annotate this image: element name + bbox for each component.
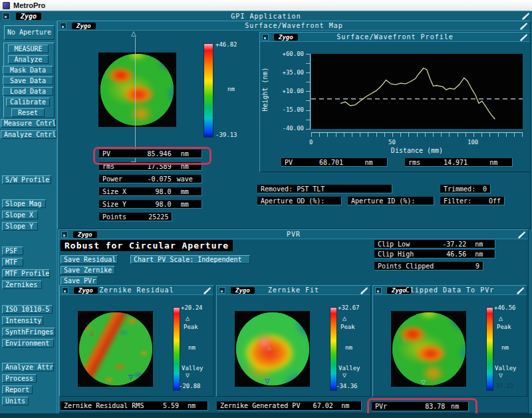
wrench-icon[interactable] xyxy=(203,286,211,294)
peak-icon: △ xyxy=(499,315,503,322)
sidebar-item-sw-profile[interactable]: S/W Profile xyxy=(2,175,51,184)
sidebar-item-zernikes[interactable]: Zernikes xyxy=(2,280,42,289)
stat-value: 14.971 xyxy=(432,159,478,166)
stat-pv: PV 85.946 nm xyxy=(99,150,202,158)
sidebar-item-measure-cntrl[interactable]: Measure Cntrl xyxy=(1,119,56,128)
panel-menu-button[interactable] xyxy=(61,231,68,238)
sidebar-item-environment[interactable]: Environment xyxy=(2,339,54,348)
sidebar-item-load-data[interactable]: Load Data xyxy=(3,87,53,96)
ytick: +10.00 xyxy=(279,88,304,94)
aperture-od-control[interactable]: Aperture OD (%): xyxy=(257,197,342,205)
stat-label: Power xyxy=(102,175,137,183)
subpanel-titlebar: Zygo Zernike Residual xyxy=(60,286,213,295)
sidebar-item-units[interactable]: Units xyxy=(2,397,29,405)
wrench-icon[interactable] xyxy=(360,286,368,294)
sidebar-item-save-data[interactable]: Save Data xyxy=(3,76,53,85)
valley-label: Valley xyxy=(495,365,517,371)
panel-menu-button[interactable] xyxy=(375,287,382,294)
filter-control[interactable]: Filter: Off xyxy=(440,197,505,205)
panel-menu-button[interactable] xyxy=(3,13,10,20)
save-residual-button[interactable]: Save Residual xyxy=(61,255,118,264)
zernike-fit-map xyxy=(236,312,309,385)
subpanel-titlebar: Zygo Zernike Fit xyxy=(217,286,370,295)
peak-label: Peak xyxy=(497,324,511,330)
sidebar-item-mtf-profile[interactable]: MTF Profile xyxy=(2,269,50,278)
peak-label: Peak xyxy=(340,324,355,330)
stat-label: rms xyxy=(408,159,432,166)
valley-icon: ▽ xyxy=(342,372,346,379)
sidebar-item-slope-y[interactable]: Slope Y xyxy=(2,222,38,231)
pvr-panel-title: PVR xyxy=(59,231,528,238)
zygo-logo: Zygo xyxy=(16,13,41,20)
sidebar-item-analyze-cntrl[interactable]: Analyze Cntrl xyxy=(1,130,57,139)
sidebar-item-measure[interactable]: MEASURE xyxy=(8,45,49,53)
sidebar-item-report[interactable]: Report xyxy=(2,385,33,394)
wrench-icon[interactable] xyxy=(516,286,524,294)
stat-unit: nm xyxy=(333,402,358,409)
sidebar-item-slope-mag[interactable]: Slope Mag xyxy=(2,199,46,208)
aperture-selector[interactable]: No Aperture xyxy=(4,25,55,40)
chart-pv-scale-button[interactable]: Chart PV Scale: Independent xyxy=(130,255,250,264)
zernike-generated-pv-result: Zernike Generated PV 67.02 nm xyxy=(217,401,362,411)
stat-value: 98.0 xyxy=(137,201,172,208)
sidebar-item-analyze-attr[interactable]: Analyze Attr xyxy=(2,363,54,371)
stat-label: Clip Low xyxy=(378,241,429,248)
subpanel-titlebar: Zygo Clipped Data To PVr xyxy=(373,286,527,295)
stat-label: rms xyxy=(102,163,137,170)
profile-stat-rms: rms 14.971 nm xyxy=(405,158,513,167)
peak-label: Peak xyxy=(184,324,198,330)
trimmed-value: 0 xyxy=(483,185,487,193)
app-title-bar: Zygo GPI Application xyxy=(0,11,532,21)
stat-value: 67.02 xyxy=(303,402,333,409)
clipped-data-map xyxy=(392,312,466,385)
wrench-icon[interactable] xyxy=(521,12,529,20)
sidebar-item-calibrate[interactable]: Calibrate xyxy=(6,98,50,106)
ytick: -15.00 xyxy=(279,106,304,113)
wrench-icon[interactable] xyxy=(517,231,525,239)
zygo-logo: Zygo xyxy=(73,231,97,238)
profile-slice-line[interactable] xyxy=(135,37,136,162)
stat-size-y: Size Y 98.0 mm xyxy=(99,200,202,209)
stat-power: Power -0.075 wave xyxy=(99,175,202,183)
save-zernike-button[interactable]: Save Zernike xyxy=(61,266,115,274)
sidebar-item-iso-10110-5[interactable]: ISO 10110-5 xyxy=(2,305,53,314)
sidebar-item-synthfringes[interactable]: SynthFringes xyxy=(2,328,55,336)
filter-label: Filter: xyxy=(444,197,471,205)
profile-xlabel: Distance (mm) xyxy=(311,147,523,154)
colorbar-unit: nm xyxy=(501,344,509,351)
trimmed-control[interactable]: Trimmed: 0 xyxy=(440,185,491,193)
valley-label: Valley xyxy=(182,365,203,371)
profile-arrow-up-icon[interactable]: △ xyxy=(131,29,136,37)
stat-label: PV xyxy=(102,150,137,157)
stat-value: 9 xyxy=(449,262,479,270)
sidebar-item-slope-x[interactable]: Slope X xyxy=(2,211,38,219)
sidebar-item-intensity[interactable]: Intensity xyxy=(2,316,43,325)
removed-control[interactable]: Removed: PST TLT xyxy=(257,185,392,193)
wrench-icon[interactable] xyxy=(519,33,527,41)
aperture-id-control[interactable]: Aperture ID (%): xyxy=(348,197,434,205)
stat-unit: nm xyxy=(466,241,491,248)
panel-menu-button[interactable] xyxy=(262,34,269,41)
panel-menu-button[interactable] xyxy=(219,287,225,294)
panel-menu-button[interactable] xyxy=(60,23,66,29)
stat-value: 17.589 xyxy=(137,163,172,170)
stat-value: 98.0 xyxy=(137,188,172,195)
sidebar-item-reset[interactable]: Reset xyxy=(11,108,45,117)
save-pvr-button[interactable]: Save PVr xyxy=(61,276,98,285)
colorbar-max: +32.67 xyxy=(338,304,360,311)
panel-menu-button[interactable] xyxy=(62,287,68,294)
sidebar-item-mask-data[interactable]: Mask Data xyxy=(3,66,53,74)
sidebar-item-psf[interactable]: PSF xyxy=(2,247,23,255)
map-panel-title: Surface/Wavefront Map xyxy=(58,22,530,29)
zernike-residual-rms-result: Zernike Residual RMS 5.59 nm xyxy=(61,401,208,411)
clip-high-stat: Clip High 46.56 nm xyxy=(374,250,495,259)
sidebar-item-analyze[interactable]: Analyze xyxy=(8,55,49,64)
sidebar-item-mtf[interactable]: MTF xyxy=(2,258,23,266)
sidebar-item-process[interactable]: Process xyxy=(2,374,37,383)
colorbar xyxy=(486,307,493,391)
stat-value: 46.56 xyxy=(429,251,466,258)
stat-value: 25225 xyxy=(148,213,168,221)
wrench-icon[interactable] xyxy=(519,22,527,30)
profile-plot-area xyxy=(311,54,523,129)
zernike-residual-map xyxy=(79,312,152,385)
